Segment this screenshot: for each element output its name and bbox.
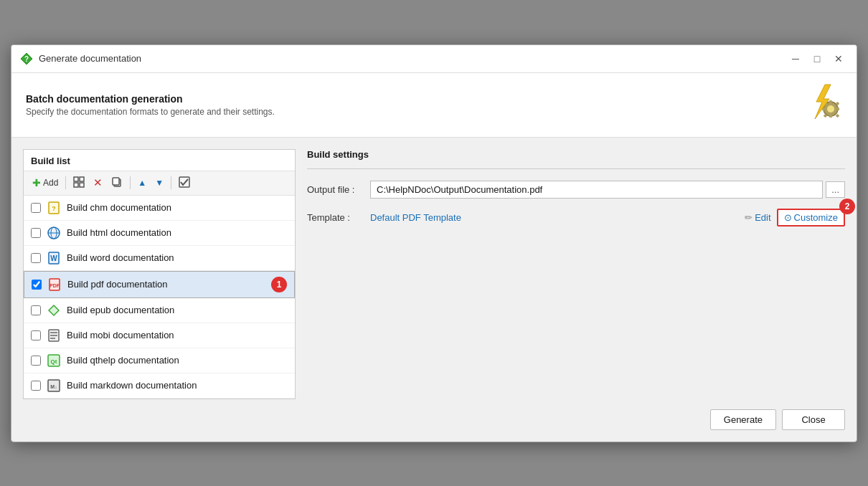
add-button[interactable]: ✚ Add xyxy=(29,176,61,190)
header-subtitle: Specify the documentation formats to gen… xyxy=(26,107,275,117)
epub-checkbox[interactable] xyxy=(31,305,41,315)
svg-text:M↓: M↓ xyxy=(50,384,57,389)
main-content: Build list ✚ Add xyxy=(11,138,857,399)
template-row: Template : Default PDF Template ✏ Edit ⊙… xyxy=(307,209,845,227)
qthelp-label: Build qthelp documentation xyxy=(67,355,179,366)
add-icon: ✚ xyxy=(32,177,41,189)
customize-container: ⊙ Customize 2 xyxy=(777,209,845,227)
annotation-1: 1 xyxy=(271,277,287,292)
close-button[interactable]: ✕ xyxy=(829,51,848,67)
mobi-icon xyxy=(47,328,61,343)
template-label: Template : xyxy=(307,212,364,223)
word-checkbox[interactable] xyxy=(31,253,41,263)
edit-pencil-icon: ✏ xyxy=(745,212,753,223)
list-item[interactable]: Build mobi documentation xyxy=(24,323,295,348)
word-label: Build word documentation xyxy=(67,252,174,263)
lightning-icon xyxy=(805,83,842,127)
list-item[interactable]: M↓ Build markdown documentation xyxy=(24,373,295,399)
edit-button[interactable]: ✏ Edit xyxy=(745,212,770,223)
maximize-button[interactable]: □ xyxy=(808,51,826,67)
svg-rect-16 xyxy=(80,183,84,187)
header-title: Batch documentation generation xyxy=(26,93,275,105)
list-item[interactable]: Qt Build qthelp documentation xyxy=(24,348,295,373)
titlebar-controls: ─ □ ✕ xyxy=(786,51,848,67)
header-text: Batch documentation generation Specify t… xyxy=(26,93,275,117)
annotation-2: 2 xyxy=(839,199,855,214)
pdf-label: Build pdf documentation xyxy=(67,279,167,290)
list-item[interactable]: Build html documentation xyxy=(24,221,295,246)
svg-rect-13 xyxy=(74,177,78,181)
browse-button[interactable]: ... xyxy=(826,181,845,198)
build-items-list: ? Build chm documentation xyxy=(24,196,295,399)
mobi-label: Build mobi documentation xyxy=(67,330,174,340)
down-icon: ▼ xyxy=(155,178,164,188)
svg-text:?: ? xyxy=(24,55,29,63)
right-panel: Build settings Output file : ... Templat… xyxy=(307,149,845,399)
add-label: Add xyxy=(43,178,58,188)
titlebar: ? Generate documentation ─ □ ✕ xyxy=(11,45,857,73)
list-item[interactable]: Build epub documentation xyxy=(24,298,295,323)
move-up-button[interactable]: ▲ xyxy=(135,176,149,189)
main-window: ? Generate documentation ─ □ ✕ Batch doc… xyxy=(11,44,857,442)
check-all-button[interactable] xyxy=(176,175,193,191)
separator-2 xyxy=(130,176,131,189)
separator-3 xyxy=(171,176,171,189)
close-button-footer[interactable]: Close xyxy=(782,409,845,430)
list-item[interactable]: W Build word documentation xyxy=(24,246,295,271)
mobi-checkbox[interactable] xyxy=(31,330,41,340)
svg-rect-5 xyxy=(829,115,832,118)
build-list-header: Build list xyxy=(24,150,295,171)
up-icon: ▲ xyxy=(138,178,146,188)
build-settings-header: Build settings xyxy=(307,149,845,169)
customize-button[interactable]: ⊙ Customize xyxy=(777,209,845,227)
generate-button[interactable]: Generate xyxy=(710,409,776,430)
app-icon: ? xyxy=(20,52,33,65)
svg-rect-33 xyxy=(50,338,55,339)
customize-circle-icon: ⊙ xyxy=(784,212,792,223)
chm-checkbox[interactable] xyxy=(31,203,41,213)
list-item[interactable]: ? Build chm documentation xyxy=(24,196,295,221)
minimize-button[interactable]: ─ xyxy=(786,51,805,67)
chm-label: Build chm documentation xyxy=(67,202,171,213)
copy-icon xyxy=(111,176,123,190)
html-label: Build html documentation xyxy=(67,227,171,238)
svg-rect-18 xyxy=(113,178,119,185)
qthelp-checkbox[interactable] xyxy=(31,356,41,366)
window-title: Generate documentation xyxy=(39,53,141,64)
output-file-row: Output file : ... xyxy=(307,181,845,199)
move-down-button[interactable]: ▼ xyxy=(152,176,166,189)
output-file-input[interactable] xyxy=(370,181,823,199)
markdown-icon: M↓ xyxy=(47,378,61,393)
edit-toolbar-icon xyxy=(73,176,85,190)
svg-rect-32 xyxy=(50,335,57,336)
delete-button[interactable]: ✕ xyxy=(90,175,105,191)
pdf-checkbox[interactable] xyxy=(32,280,42,290)
svg-text:PDF: PDF xyxy=(49,283,60,288)
svg-rect-7 xyxy=(836,108,839,110)
svg-rect-15 xyxy=(74,183,78,187)
edit-toolbar-button[interactable] xyxy=(70,175,88,191)
svg-marker-29 xyxy=(49,305,59,315)
svg-rect-14 xyxy=(80,177,84,181)
svg-text:Qt: Qt xyxy=(51,358,57,365)
footer: Generate Close xyxy=(11,399,857,442)
list-item-pdf[interactable]: PDF Build pdf documentation 1 xyxy=(24,271,295,298)
copy-button[interactable] xyxy=(108,175,126,191)
template-link[interactable]: Default PDF Template xyxy=(370,212,461,223)
markdown-checkbox[interactable] xyxy=(31,381,41,391)
check-icon xyxy=(179,176,190,190)
svg-rect-31 xyxy=(50,332,57,333)
separator-1 xyxy=(65,176,66,189)
header-section: Batch documentation generation Specify t… xyxy=(11,73,857,138)
word-icon: W xyxy=(47,251,61,265)
svg-rect-4 xyxy=(829,100,832,103)
html-icon xyxy=(47,226,61,240)
epub-icon xyxy=(47,303,61,318)
edit-label: Edit xyxy=(755,212,770,223)
pdf-icon: PDF xyxy=(47,277,62,292)
delete-icon: ✕ xyxy=(93,176,103,189)
build-list-toolbar: ✚ Add ✕ xyxy=(24,171,295,196)
svg-point-3 xyxy=(827,105,834,113)
html-checkbox[interactable] xyxy=(31,228,41,238)
markdown-label: Build markdown documentation xyxy=(67,380,197,391)
